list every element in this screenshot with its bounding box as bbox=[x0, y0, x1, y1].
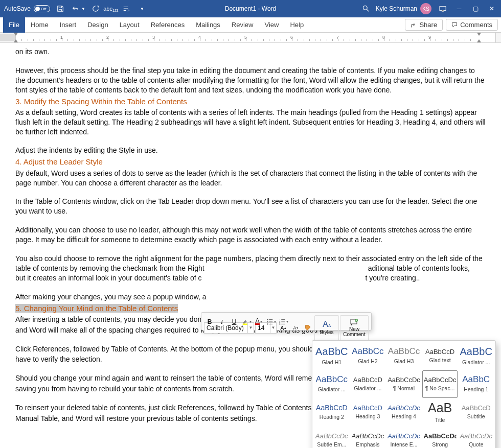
user-account[interactable]: Kyle Schurman KS bbox=[376, 3, 431, 14]
svg-point-5 bbox=[267, 319, 268, 320]
style-item[interactable]: AaBbCcDcQuote bbox=[458, 427, 494, 448]
body-text: on its own. bbox=[15, 47, 486, 57]
maximize-icon[interactable]: ▢ bbox=[470, 4, 481, 14]
mini-toolbar: Calibri (Body)▼ 14▼ A▴ A▾ Aᴀ Styles New … bbox=[201, 312, 372, 331]
minimize-icon[interactable]: ─ bbox=[454, 4, 464, 14]
ribbon-tabs: File Home Insert Design Layout Reference… bbox=[0, 17, 501, 33]
ribbon-display-icon[interactable] bbox=[438, 4, 448, 14]
body-text: Additionally, you can choose to use no l… bbox=[15, 225, 486, 245]
style-item[interactable]: AaBbCcDcStrong bbox=[422, 427, 458, 448]
tab-review[interactable]: Review bbox=[226, 17, 259, 33]
save-icon[interactable] bbox=[55, 4, 65, 14]
bold-icon[interactable]: B bbox=[204, 316, 215, 327]
highlight-icon[interactable]: ▾ bbox=[241, 316, 252, 327]
close-icon[interactable]: ✕ bbox=[487, 4, 497, 14]
svg-rect-4 bbox=[242, 324, 247, 325]
svg-point-0 bbox=[363, 6, 367, 10]
paste-options-icon[interactable] bbox=[121, 4, 131, 14]
style-item[interactable]: AaBbCGlad H1 bbox=[314, 342, 350, 370]
tab-layout[interactable]: Layout bbox=[114, 17, 145, 33]
horizontal-ruler[interactable]: 123456789 bbox=[0, 33, 501, 43]
heading-3: 3. Modify the Spacing Within the Table o… bbox=[15, 97, 486, 107]
new-comment-button[interactable]: New Comment bbox=[340, 315, 369, 341]
italic-icon[interactable]: I bbox=[216, 316, 227, 327]
svg-point-7 bbox=[267, 323, 268, 324]
avatar: KS bbox=[420, 3, 431, 14]
tab-insert[interactable]: Insert bbox=[54, 17, 82, 33]
document-title: Document1 - Word bbox=[225, 5, 276, 12]
bullets-icon[interactable]: ▾ bbox=[265, 316, 277, 327]
tab-home[interactable]: Home bbox=[25, 17, 54, 33]
qat-customize-icon[interactable]: ▼ bbox=[137, 4, 147, 14]
style-item[interactable]: AaBbCcDGladiator ... bbox=[350, 370, 386, 398]
user-name: Kyle Schurman bbox=[376, 5, 417, 12]
body-text: You also could choose to remove the righ… bbox=[15, 254, 486, 283]
style-item[interactable]: AaBbCcDHeading 3 bbox=[350, 398, 386, 426]
heading-4: 4. Adjust the Leader Style bbox=[15, 157, 486, 167]
body-text: By default, Word uses a series of dots t… bbox=[15, 169, 486, 188]
tab-design[interactable]: Design bbox=[82, 17, 113, 33]
share-button[interactable]: Share bbox=[405, 19, 443, 31]
svg-text:3: 3 bbox=[279, 323, 280, 325]
title-bar: AutoSave Off ▼ abc123 ▼ Document1 - Word… bbox=[0, 0, 501, 17]
redo-icon[interactable] bbox=[90, 4, 101, 14]
style-item[interactable]: AaBbCcGladiator ... bbox=[314, 370, 350, 398]
style-item[interactable]: AaBbCcDSubtitle bbox=[458, 398, 494, 426]
autosave-label: AutoSave bbox=[4, 5, 31, 12]
body-text: In the Table of Contents window, click o… bbox=[15, 197, 486, 216]
style-item[interactable]: AaBbCGladiator ... bbox=[458, 342, 494, 370]
style-item[interactable]: AaBbCcGlad H3 bbox=[386, 342, 422, 370]
tab-mailings[interactable]: Mailings bbox=[190, 17, 226, 33]
numbering-icon[interactable]: 123▾ bbox=[278, 316, 289, 327]
styles-button[interactable]: Aᴀ Styles bbox=[314, 315, 339, 341]
autosave-toggle[interactable]: AutoSave Off bbox=[4, 5, 50, 12]
svg-point-6 bbox=[267, 321, 268, 322]
styles-gallery: AaBbCGlad H1AaBbCcGlad H2AaBbCcGlad H3Aa… bbox=[312, 340, 496, 448]
style-item[interactable]: AaBTitle bbox=[422, 398, 458, 426]
tab-file[interactable]: File bbox=[3, 17, 25, 33]
share-icon bbox=[411, 22, 417, 28]
style-item[interactable]: AaBbCcDcHeading 4 bbox=[386, 398, 422, 426]
style-item[interactable]: AaBbCcDc¶ Normal bbox=[386, 370, 422, 398]
body-text: Adjust the indents by editing the Style … bbox=[15, 146, 486, 155]
underline-icon[interactable]: U bbox=[229, 316, 240, 327]
style-item[interactable]: AaBbCHeading 1 bbox=[458, 370, 494, 398]
quick-access-toolbar: ▼ abc123 ▼ bbox=[55, 4, 147, 14]
undo-icon[interactable] bbox=[71, 4, 81, 14]
svg-rect-1 bbox=[440, 7, 446, 11]
search-icon[interactable] bbox=[362, 5, 370, 12]
style-item[interactable]: AaBbCcDcEmphasis bbox=[350, 427, 386, 448]
style-item[interactable]: AaBbCcGlad H2 bbox=[350, 342, 386, 370]
style-item[interactable]: AaBbCcDcSubtle Em... bbox=[314, 427, 350, 448]
comments-icon bbox=[451, 22, 458, 28]
style-item[interactable]: AaBbCcDcIntense E... bbox=[386, 427, 422, 448]
body-text: However, this process should be the fina… bbox=[15, 66, 486, 95]
comments-button[interactable]: Comments bbox=[446, 19, 498, 31]
style-item[interactable]: AaBbCcDc¶ No Spac... bbox=[422, 370, 458, 398]
style-item[interactable]: AaBbCcDHeading 2 bbox=[314, 398, 350, 426]
font-color-icon[interactable]: A▾ bbox=[253, 316, 264, 327]
style-item[interactable]: AaBbCcDGlad text bbox=[422, 342, 458, 370]
spellcheck-icon[interactable]: abc123 bbox=[106, 4, 116, 14]
selected-text: 5. Changing Your Mind on the Table of Co… bbox=[15, 304, 178, 313]
tab-help[interactable]: Help bbox=[284, 17, 309, 33]
body-text: After making your changes, you may see a… bbox=[15, 292, 486, 302]
undo-dropdown-icon[interactable]: ▼ bbox=[81, 7, 85, 11]
tab-view[interactable]: View bbox=[259, 17, 284, 33]
tab-references[interactable]: References bbox=[145, 17, 190, 33]
body-text: As a default setting, Word creates its t… bbox=[15, 108, 486, 137]
document-body[interactable]: on its own. However, this process should… bbox=[0, 43, 501, 448]
